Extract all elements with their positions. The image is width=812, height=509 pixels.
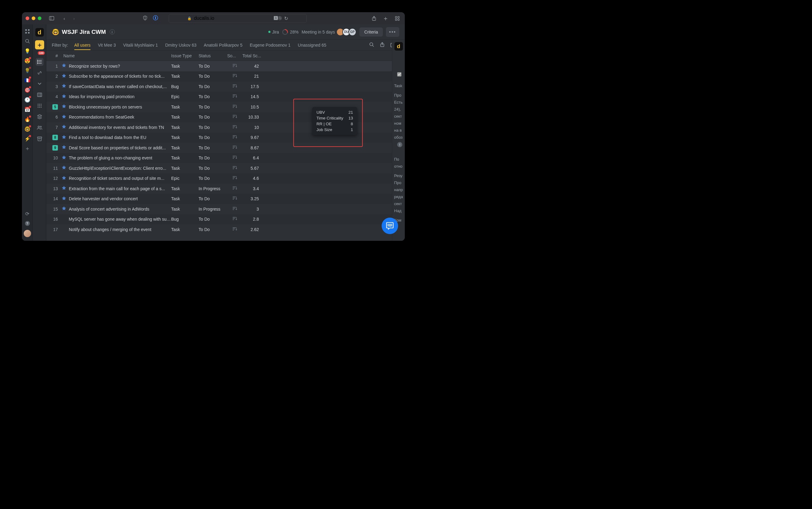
fire-icon[interactable]: 🔥 [24,116,31,123]
grid-icon[interactable] [36,102,43,110]
sort-icon[interactable] [233,135,237,140]
row-score[interactable]: 10.5 [243,105,262,109]
star-icon[interactable] [62,94,66,100]
col-status[interactable]: Status [198,53,227,58]
table-row[interactable]: 15Analysis of concert advertising in AdW… [46,204,405,214]
reload-icon[interactable]: ↻ [284,15,288,21]
table-row[interactable]: 2Subscribe to the appearance of tickets … [46,71,405,82]
progress-label[interactable]: 28% [282,29,298,35]
star-icon[interactable] [62,196,66,202]
col-issue-type[interactable]: Issue Type [171,53,198,58]
intercom-launcher[interactable] [382,217,398,234]
user-avatar[interactable] [24,230,31,237]
add-view-icon[interactable]: ＋ [24,145,31,152]
clock-icon[interactable]: 🕐 [24,96,31,103]
filter-chip[interactable]: All users [74,43,91,50]
app-logo[interactable]: d [35,28,44,37]
star-icon[interactable] [62,63,66,69]
row-score[interactable]: 21 [243,74,262,79]
sort-icon[interactable] [233,125,237,130]
team-icon[interactable] [36,124,43,132]
integration-label[interactable]: Jira [268,30,279,34]
sort-icon[interactable] [233,94,237,99]
archive-icon[interactable] [36,135,43,143]
team-avatars[interactable]: DUGP [338,28,356,36]
filter-chip[interactable]: Eugene Podosenov 1 [250,43,291,47]
sort-icon[interactable] [233,64,237,69]
col-name[interactable]: Name [62,53,171,58]
row-score[interactable]: 3 [243,207,262,211]
star-icon[interactable] [62,206,66,212]
export-icon[interactable] [380,42,384,48]
minimize-window-button[interactable] [32,16,35,20]
star-icon[interactable] [62,176,66,181]
sort-icon[interactable] [233,217,237,222]
maximize-window-button[interactable] [38,16,41,20]
table-row[interactable]: 10The problem of gluing a non-changing e… [46,153,405,163]
list-view-icon[interactable] [36,58,43,66]
row-score[interactable]: 2.8 [243,217,262,222]
row-score[interactable]: 10 [243,125,262,130]
avatar[interactable]: GP [348,28,356,36]
board-icon[interactable] [36,91,43,99]
row-score[interactable]: 8.67 [243,145,262,150]
table-row[interactable]: 14Delete harvester and vendor concertTas… [46,194,405,204]
filter-chip[interactable]: Dmitry Uskov 63 [165,43,196,47]
sort-icon[interactable] [233,114,237,120]
row-score[interactable]: 4.6 [243,176,262,181]
idea-icon[interactable]: 💡 [24,47,31,54]
col-total-score[interactable]: Total Sc... [243,53,262,58]
star-icon[interactable] [62,83,66,89]
translate-icon[interactable]: 🅰ⓐ [274,15,282,21]
apps-icon[interactable] [24,28,31,35]
table-row[interactable]: 16MySQL server has gone away when dealin… [46,214,405,225]
share-icon[interactable] [370,14,378,22]
table-row[interactable]: 11GuzzleHttp\Exception\ClientException: … [46,163,405,173]
address-bar[interactable]: 🔒 ducalis.io 🅰ⓐ ↻ [169,14,307,23]
col-sort[interactable]: So... [227,53,243,58]
close-window-button[interactable] [26,16,29,20]
idea2-icon[interactable]: 💡 [24,67,31,74]
help-icon[interactable]: ? [24,220,31,227]
sort-icon[interactable] [233,207,237,211]
row-score[interactable]: 14.5 [243,94,262,99]
star-icon[interactable] [62,73,66,79]
row-score[interactable]: 9.67 [243,135,262,140]
filter-chip[interactable]: Vit Mee 3 [98,43,116,47]
target-icon[interactable]: 🎯 [24,87,31,93]
search-in-list-icon[interactable] [369,42,374,48]
link-icon[interactable] [36,69,43,77]
sort-icon[interactable] [233,105,237,109]
shield-icon[interactable] [141,14,149,22]
star-icon[interactable] [62,155,66,161]
sort-icon[interactable] [233,196,237,201]
extension-icon[interactable] [152,14,159,22]
search-icon[interactable] [24,38,31,44]
meeting-label[interactable]: Meeting in 5 days [301,30,335,34]
tab-overview-icon[interactable] [393,14,401,22]
row-score[interactable]: 17.5 [243,84,262,89]
sort-icon[interactable] [233,227,237,232]
col-number[interactable]: # [46,53,62,58]
row-score[interactable]: 3.4 [243,186,262,191]
nerd-icon[interactable]: 🤓 [24,126,31,132]
row-score[interactable]: 10.33 [243,114,262,120]
calendar-icon[interactable]: 📅 [24,106,31,113]
star-icon[interactable] [62,185,66,192]
row-score[interactable]: 3.25 [243,196,262,201]
sidebar-toggle-icon[interactable] [47,14,56,22]
reaction-love-icon[interactable]: 😍 [24,57,31,64]
row-score[interactable]: 5.67 [243,166,262,171]
star-icon[interactable] [62,165,66,171]
filter-chip[interactable]: Vitalii Myshliaiev 1 [123,43,158,47]
filter-chip[interactable]: Unassigned 65 [298,43,326,47]
star-icon[interactable] [62,124,66,130]
filter-chip[interactable]: Anatolii Polikarpov 5 [204,43,243,47]
table-row[interactable]: 1Recognize sector by rows?TaskTo Do42 [46,61,405,71]
table-row[interactable]: 17Notify about changes / merging of the … [46,224,405,235]
bolt-icon[interactable]: ⚡ [24,135,31,142]
add-button[interactable]: ＋ [35,40,44,49]
sort-icon[interactable] [233,166,237,171]
nav-back-icon[interactable]: ‹ [60,14,68,22]
nav-forward-icon[interactable]: › [70,14,78,22]
